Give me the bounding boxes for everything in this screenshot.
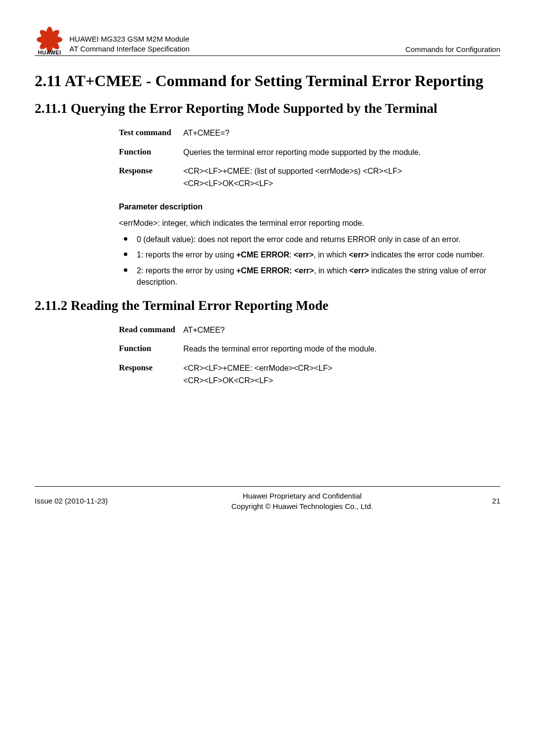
bullet-text-3-bold2: <err> — [349, 266, 369, 275]
bullet-text-3-bold1: +CME ERROR: <err> — [236, 266, 314, 275]
list-item: 0 (default value): does not report the e… — [119, 234, 500, 245]
response-line1: <CR><LF>+CMEE: (list of supported <errMo… — [183, 167, 402, 175]
section-heading-2-11-2: 2.11.2 Reading the Terminal Error Report… — [35, 298, 500, 314]
huawei-logo: HUAWEI — [35, 25, 64, 54]
list-item: 2: reports the error by using +CME ERROR… — [119, 265, 500, 288]
response-line2: <CR><LF>OK<CR><LF> — [183, 179, 273, 188]
list-item: 1: reports the error by using +CME ERROR… — [119, 249, 500, 260]
footer-page-number: 21 — [461, 497, 500, 505]
bullet-text-2-post: indicates the error code number. — [369, 251, 484, 259]
parameter-description-heading: Parameter description — [119, 202, 500, 211]
bullet-text-3-mid: , in which — [314, 266, 349, 275]
header-right-text: Commands for Configuration — [405, 45, 500, 54]
function-label-2: Function — [119, 343, 183, 354]
brand-text: HUAWEI — [35, 50, 64, 55]
page-header: HUAWEI HUAWEI MG323 GSM M2M Module AT Co… — [35, 25, 500, 56]
footer-issue-date: Issue 02 (2010-11-23) — [35, 497, 144, 505]
bullet-list: 0 (default value): does not report the e… — [119, 234, 500, 288]
definition-table-1: Test command AT+CMEE=? Function Queries … — [119, 127, 500, 190]
response2-line1: <CR><LF>+CMEE: <errMode><CR><LF> — [183, 364, 332, 372]
bullet-text-3-pre: 2: reports the error by using — [137, 266, 236, 275]
response2-line2: <CR><LF>OK<CR><LF> — [183, 376, 273, 385]
function-value-2: Reads the terminal error reporting mode … — [183, 343, 376, 355]
bullet-text-1: 0 (default value): does not report the e… — [137, 235, 461, 244]
table-row: Function Reads the terminal error report… — [119, 343, 500, 355]
bullet-text-2-bold1: +CME ERROR — [236, 251, 289, 259]
page-footer: Issue 02 (2010-11-23) Huawei Proprietary… — [35, 486, 500, 511]
table-row: Response <CR><LF>+CMEE: <errMode><CR><LF… — [119, 362, 500, 387]
section-heading-2-11: 2.11 AT+CMEE - Command for Setting Termi… — [35, 71, 500, 91]
function-value: Queries the terminal error reporting mod… — [183, 147, 421, 159]
function-label: Function — [119, 147, 183, 157]
parameter-intro: <errMode>: integer, which indicates the … — [119, 217, 500, 229]
response-value-2: <CR><LF>+CMEE: <errMode><CR><LF> <CR><LF… — [183, 362, 332, 387]
parameter-description-block: Parameter description <errMode>: integer… — [119, 202, 500, 288]
test-command-label: Test command — [119, 127, 183, 138]
bullet-text-2-mid2: , in which — [314, 251, 349, 259]
response-label: Response — [119, 165, 183, 176]
bullet-text-2-pre: 1: reports the error by using — [137, 251, 236, 259]
spec-name: AT Command Interface Specification — [69, 45, 190, 53]
bullet-text-2-mid: : — [289, 251, 294, 259]
table-row: Function Queries the terminal error repo… — [119, 147, 500, 159]
response-label-2: Response — [119, 362, 183, 373]
header-left-text: HUAWEI MG323 GSM M2M Module AT Command I… — [69, 34, 405, 54]
definition-table-2: Read command AT+CMEE? Function Reads the… — [119, 324, 500, 387]
test-command-value: AT+CMEE=? — [183, 127, 229, 140]
table-row: Test command AT+CMEE=? — [119, 127, 500, 140]
response-value: <CR><LF>+CMEE: (list of supported <errMo… — [183, 165, 402, 190]
footer-center: Huawei Proprietary and Confidential Copy… — [144, 491, 461, 511]
table-row: Read command AT+CMEE? — [119, 324, 500, 337]
bullet-text-2-bold3: <err> — [349, 251, 369, 259]
bullet-text-2-bold2: <err> — [294, 251, 314, 259]
section-heading-2-11-1: 2.11.1 Querying the Error Reporting Mode… — [35, 101, 500, 117]
table-row: Response <CR><LF>+CMEE: (list of support… — [119, 165, 500, 190]
footer-copyright: Copyright © Huawei Technologies Co., Ltd… — [231, 502, 373, 510]
read-command-value: AT+CMEE? — [183, 324, 225, 337]
read-command-label: Read command — [119, 324, 183, 335]
footer-proprietary: Huawei Proprietary and Confidential — [243, 492, 362, 500]
module-name: HUAWEI MG323 GSM M2M Module — [69, 35, 189, 43]
